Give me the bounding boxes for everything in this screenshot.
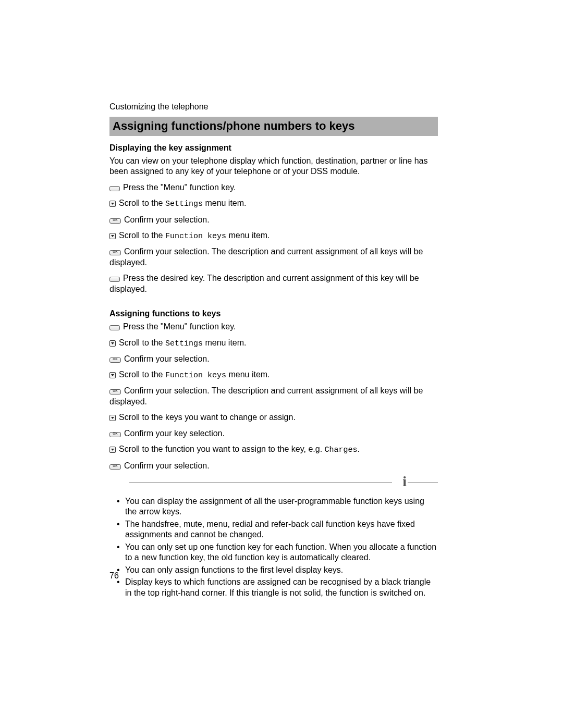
step-text: Confirm your selection. <box>124 461 210 470</box>
section-heading-display-assignment: Displaying the key assignment <box>109 143 438 153</box>
key-icon <box>109 186 120 191</box>
arrow-down-icon <box>109 372 116 378</box>
instruction-step: Confirm your selection. <box>109 215 438 225</box>
section-intro: You can view on your telephone display w… <box>109 156 438 177</box>
note-item: Display keys to which functions are assi… <box>119 577 438 598</box>
ok-key-icon <box>109 357 121 363</box>
note-item: You can display the assignment of all th… <box>119 496 438 517</box>
ok-key-icon <box>109 432 121 437</box>
step-text: Scroll to the <box>119 338 165 347</box>
note-item: You can only set up one function key for… <box>119 542 438 563</box>
page-title: Assigning functions/phone numbers to key… <box>109 117 438 136</box>
arrow-down-icon <box>109 201 116 207</box>
step-text: Confirm your selection. The description … <box>109 386 423 405</box>
step-text: Scroll to the keys you want to change or… <box>119 413 296 422</box>
menu-item-code: Settings <box>165 339 203 348</box>
running-head: Customizing the telephone <box>109 102 438 112</box>
instruction-step: Press the "Menu" function key. <box>109 182 438 193</box>
instruction-step: Scroll to the Settings menu item. <box>109 338 438 349</box>
section-heading-assigning: Assigning functions to keys <box>109 309 438 318</box>
step-text: Confirm your selection. <box>124 354 210 363</box>
key-icon <box>109 325 120 330</box>
menu-item-code: Charges <box>325 446 358 454</box>
arrow-down-icon <box>109 447 116 453</box>
ok-key-icon <box>109 464 121 470</box>
step-text: Scroll to the <box>119 231 165 240</box>
step-text: menu item. <box>203 199 247 207</box>
notes-list: You can display the assignment of all th… <box>109 496 438 598</box>
manual-page: Customizing the telephone Assigning func… <box>0 0 563 728</box>
step-text: Confirm your selection. The description … <box>109 247 423 266</box>
instruction-step: Scroll to the function you want to assig… <box>109 444 438 455</box>
step-text: Scroll to the <box>119 199 165 207</box>
instruction-step: Scroll to the Function keys menu item. <box>109 369 438 380</box>
instruction-step: Scroll to the keys you want to change or… <box>109 412 438 423</box>
info-icon: i <box>402 474 407 489</box>
arrow-down-icon <box>109 340 116 347</box>
step-text: Press the desired key. The description a… <box>109 274 419 293</box>
step-text: Confirm your selection. <box>124 215 210 224</box>
instruction-step: Scroll to the Function keys menu item. <box>109 230 438 241</box>
info-divider: i <box>109 476 438 489</box>
instruction-step: Confirm your selection. <box>109 354 438 364</box>
ok-key-icon <box>109 250 121 255</box>
step-text: menu item. <box>203 338 247 347</box>
instruction-step: Scroll to the Settings menu item. <box>109 198 438 209</box>
step-text: Confirm your key selection. <box>124 429 225 438</box>
step-text: menu item. <box>226 231 270 240</box>
menu-item-code: Function keys <box>165 371 226 380</box>
ok-key-icon <box>109 218 121 224</box>
step-text: Press the "Menu" function key. <box>123 322 236 331</box>
note-item: The handsfree, mute, menu, redial and re… <box>119 519 438 540</box>
key-icon <box>109 277 120 282</box>
step-text: Scroll to the <box>119 370 165 379</box>
ok-key-icon <box>109 389 121 394</box>
instruction-step: Press the desired key. The description a… <box>109 273 438 294</box>
step-text: Scroll to the function you want to assig… <box>119 445 325 453</box>
step-text: . <box>358 445 360 453</box>
arrow-down-icon <box>109 415 116 421</box>
arrow-down-icon <box>109 233 116 239</box>
instruction-step: Confirm your selection. The description … <box>109 246 438 268</box>
note-item: You can only assign functions to the fir… <box>119 565 438 575</box>
page-number: 76 <box>109 571 119 581</box>
section1-steps: Press the "Menu" function key.Scroll to … <box>109 182 438 294</box>
menu-item-code: Settings <box>165 200 203 208</box>
section2-steps: Press the "Menu" function key.Scroll to … <box>109 322 438 471</box>
menu-item-code: Function keys <box>165 232 226 241</box>
instruction-step: Confirm your selection. The description … <box>109 386 438 407</box>
instruction-step: Confirm your selection. <box>109 461 438 471</box>
step-text: menu item. <box>226 370 270 379</box>
instruction-step: Confirm your key selection. <box>109 428 438 439</box>
step-text: Press the "Menu" function key. <box>123 183 236 192</box>
instruction-step: Press the "Menu" function key. <box>109 322 438 332</box>
